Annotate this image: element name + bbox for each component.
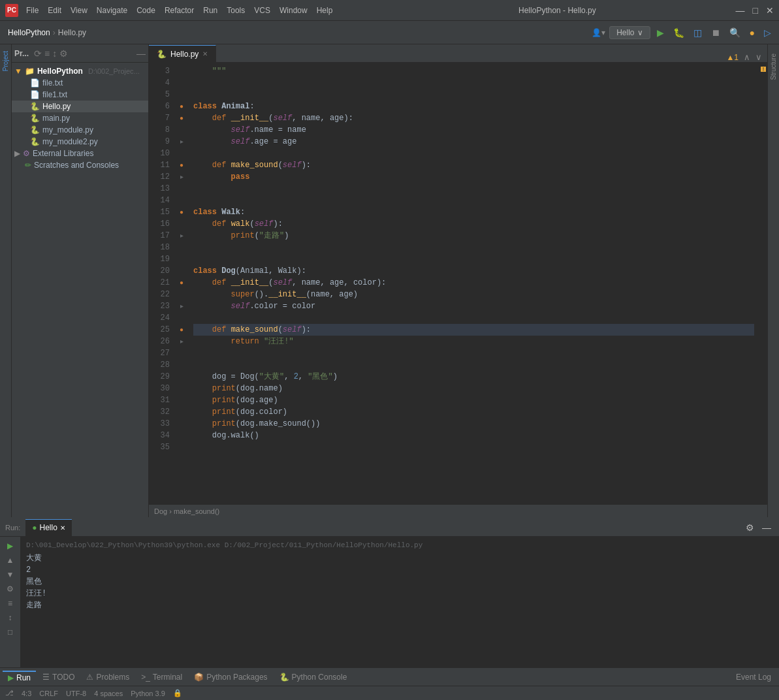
run-settings-icon[interactable]: ⚙ — [743, 521, 757, 534]
run-play-btn[interactable]: ▶ — [3, 539, 18, 552]
status-encoding[interactable]: UTF-8 — [66, 690, 86, 697]
code-line-23: self.color = color — [193, 300, 754, 312]
tree-file-main[interactable]: 🐍 main.py — [12, 112, 148, 124]
status-position[interactable]: 4:3 — [22, 690, 31, 697]
code-line-30: print(dog.name) — [193, 383, 754, 394]
menu-navigate[interactable]: Navigate — [93, 5, 131, 16]
editor-tabs: 🐍 Hello.py ✕ ▲1 ∧ ∨ — [149, 44, 767, 63]
project-sync-icon[interactable]: ⟳ — [34, 48, 42, 59]
tree-file-txt1[interactable]: 📄 file1.txt — [12, 89, 148, 101]
run-tab-hello[interactable]: ● Hello ✕ — [25, 519, 72, 536]
run-out-line-1: 大黄 — [26, 552, 774, 564]
code-line-35 — [193, 441, 754, 453]
menu-window[interactable]: Window — [276, 5, 311, 16]
tree-external-libs[interactable]: ▶ ⚙ External Libraries — [12, 148, 148, 159]
run-tool1[interactable]: ⚙ — [3, 582, 18, 596]
status-line-ending[interactable]: CRLF — [39, 690, 58, 697]
run-tool4[interactable]: □ — [3, 626, 18, 639]
menu-bar: File Edit View Navigate Code Refactor Ru… — [22, 5, 379, 16]
maximize-button[interactable]: □ — [753, 5, 758, 16]
run-tool3[interactable]: ↕ — [3, 611, 18, 624]
menu-tools[interactable]: Tools — [223, 5, 249, 16]
status-indent[interactable]: 4 spaces — [94, 690, 123, 697]
status-python[interactable]: Python 3.9 — [131, 690, 165, 697]
tree-root[interactable]: ▼ 📁 HelloPython D:\002_Projec... — [12, 65, 148, 77]
code-line-4 — [193, 77, 754, 89]
close-button[interactable]: ✕ — [766, 5, 774, 16]
tab-close-hello[interactable]: ✕ — [202, 50, 208, 57]
event-log-text: Event Log — [736, 673, 771, 682]
sidebar-project-tab[interactable]: Project — [1, 47, 10, 75]
tab-event-log[interactable]: Event Log — [731, 671, 776, 683]
code-line-6: class Animal: — [193, 101, 754, 112]
run-scroll-down[interactable]: ▼ — [3, 568, 18, 581]
help-button[interactable]: ▷ — [761, 26, 774, 39]
menu-vcs[interactable]: VCS — [250, 5, 274, 16]
run-tab-label: Hello — [40, 523, 57, 532]
code-line-32: print(dog.color) — [193, 406, 754, 418]
coverage-button[interactable]: ◫ — [691, 26, 705, 39]
minimize-button[interactable]: — — [736, 5, 745, 16]
run-side-toolbar: ▶ ▲ ▼ ⚙ ≡ ↕ □ — [0, 537, 21, 667]
stop-button[interactable]: ⏹ — [708, 26, 723, 39]
project-toolbar: Pr... ⟳ ≡ ↕ ⚙ — — [12, 44, 148, 63]
code-line-7: def __init__(self, name, age): — [193, 112, 754, 124]
nav-up-icon[interactable]: ∧ — [744, 52, 750, 62]
breadcrumb-project[interactable]: HelloPython — [5, 27, 53, 39]
file-main-name: main.py — [42, 114, 70, 123]
menu-code[interactable]: Code — [133, 5, 159, 16]
project-close-icon[interactable]: — — [136, 48, 146, 59]
run-config-button[interactable]: Hello ∨ — [609, 26, 650, 39]
file-mymodule2-name: my_module2.py — [42, 137, 98, 146]
editor-breadcrumb-bar: Dog › make_sound() — [149, 504, 767, 517]
terminal-icon: >_ — [141, 673, 150, 682]
nav-bar: HelloPython › Hello.py 👤▾ Hello ∨ ▶ 🐛 ◫ … — [0, 21, 779, 44]
structure-tab[interactable]: Structure — [769, 50, 778, 84]
menu-run[interactable]: Run — [199, 5, 221, 16]
tree-file-hello[interactable]: 🐍 Hello.py — [12, 101, 148, 112]
menu-refactor[interactable]: Refactor — [161, 5, 198, 16]
menu-edit[interactable]: Edit — [44, 5, 65, 16]
code-line-25: def make_sound(self): — [193, 324, 754, 336]
code-line-17: print("走路") — [193, 230, 754, 242]
run-out-line-3: 黑色 — [26, 576, 774, 588]
breadcrumb-bottom: Dog › make_sound() — [154, 507, 219, 515]
nav-down-icon[interactable]: ∨ — [755, 52, 762, 62]
code-content[interactable]: """ class Animal: def __init__(self, nam… — [188, 63, 759, 504]
notification-button[interactable]: ● — [747, 26, 757, 39]
todo-tab-text: TODO — [52, 673, 74, 682]
debug-button[interactable]: 🐛 — [671, 26, 687, 39]
tab-todo[interactable]: ☰ TODO — [37, 671, 80, 683]
vcs-icon[interactable]: 👤▾ — [592, 28, 605, 37]
tree-file-txt[interactable]: 📄 file.txt — [12, 77, 148, 89]
code-line-15: class Walk: — [193, 206, 754, 218]
tree-file-mymodule[interactable]: 🐍 my_module.py — [12, 124, 148, 136]
tree-file-mymodule2[interactable]: 🐍 my_module2.py — [12, 136, 148, 148]
tab-problems[interactable]: ⚠ Problems — [81, 671, 135, 683]
menu-file[interactable]: File — [22, 5, 42, 16]
breadcrumb-file[interactable]: Hello.py — [56, 27, 89, 39]
tree-scratches[interactable]: ✏ Scratches and Consoles — [12, 159, 148, 171]
menu-help[interactable]: Help — [313, 5, 337, 16]
run-tab-close[interactable]: ✕ — [60, 524, 65, 532]
code-line-34: dog.walk() — [193, 430, 754, 441]
tab-run[interactable]: ▶ Run — [3, 671, 36, 684]
tab-terminal[interactable]: >_ Terminal — [136, 671, 187, 683]
project-settings-icon[interactable]: ⚙ — [59, 48, 68, 59]
tab-python-console[interactable]: 🐍 Python Console — [274, 671, 353, 683]
file-name: file.txt — [42, 78, 63, 88]
project-sort-icon[interactable]: ↕ — [52, 48, 57, 59]
run-scroll-up[interactable]: ▲ — [3, 554, 18, 567]
search-button[interactable]: 🔍 — [727, 26, 743, 39]
project-collapse-icon[interactable]: ≡ — [44, 48, 50, 59]
problems-icon: ⚠ — [86, 673, 93, 682]
run-tool2[interactable]: ≡ — [3, 597, 18, 610]
run-output: D:\001_Develop\022_Python\Python39\pytho… — [21, 537, 779, 667]
code-line-26: return "汪汪!" — [193, 336, 754, 347]
tab-python-packages[interactable]: 📦 Python Packages — [189, 671, 272, 683]
editor-tab-hello[interactable]: 🐍 Hello.py ✕ — [149, 45, 216, 62]
code-line-3: """ — [193, 65, 754, 77]
run-button[interactable]: ▶ — [654, 26, 667, 39]
run-close-icon[interactable]: — — [759, 521, 774, 534]
menu-view[interactable]: View — [67, 5, 91, 16]
